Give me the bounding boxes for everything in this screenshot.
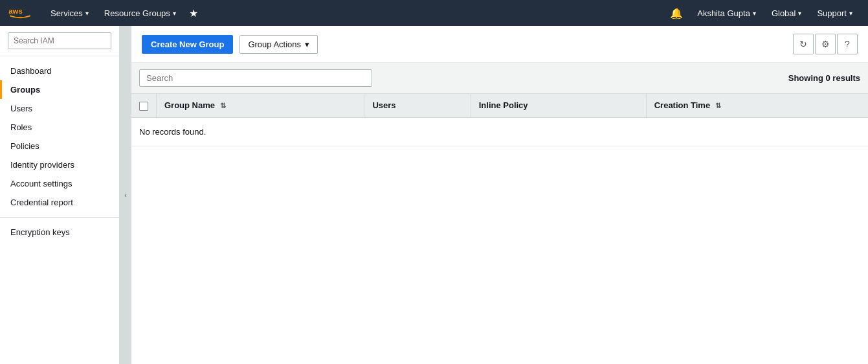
support-menu[interactable]: Support ▾ xyxy=(809,0,860,26)
sidebar-item-identity-providers[interactable]: Identity providers xyxy=(0,155,119,174)
sidebar-item-roles[interactable]: Roles xyxy=(0,118,119,137)
table-search-input[interactable] xyxy=(139,69,372,87)
select-all-checkbox-cell[interactable] xyxy=(131,94,157,117)
refresh-button[interactable]: ↻ xyxy=(793,34,814,54)
sidebar-item-policies[interactable]: Policies xyxy=(0,137,119,155)
svg-text:aws: aws xyxy=(8,7,22,15)
sidebar-item-account-settings[interactable]: Account settings xyxy=(0,174,119,193)
sidebar-item-dashboard[interactable]: Dashboard xyxy=(0,62,119,80)
sidebar-item-credential-report[interactable]: Credential report xyxy=(0,193,119,212)
settings-button[interactable]: ⚙ xyxy=(815,34,836,54)
group-name-sort-icon: ⇅ xyxy=(220,102,226,109)
column-header-creation-time[interactable]: Creation Time ⇅ xyxy=(646,94,868,117)
table-header-row: Group Name ⇅ Users Inline Policy Creatio… xyxy=(131,94,868,117)
sidebar: Dashboard Groups Users Roles Policies Id… xyxy=(0,26,120,364)
sidebar-item-users[interactable]: Users xyxy=(0,99,119,118)
inline-policy-label: Inline Policy xyxy=(479,100,528,110)
nav-right-section: 🔔 Akshita Gupta ▾ Global ▾ Support ▾ xyxy=(663,0,860,26)
groups-table: Group Name ⇅ Users Inline Policy Creatio… xyxy=(131,94,868,146)
main-content-area: Create New Group Group Actions ▾ ↻ ⚙ ? S… xyxy=(131,26,868,364)
table-container: Showing 0 results Group Name ⇅ Users xyxy=(131,63,868,146)
main-layout: Dashboard Groups Users Roles Policies Id… xyxy=(0,26,868,364)
column-header-inline-policy: Inline Policy xyxy=(471,94,646,117)
sidebar-navigation: Dashboard Groups Users Roles Policies Id… xyxy=(0,56,119,364)
user-chevron-icon: ▾ xyxy=(753,10,756,17)
aws-logo[interactable]: aws xyxy=(8,5,32,21)
toolbar: Create New Group Group Actions ▾ ↻ ⚙ ? xyxy=(131,26,868,63)
services-chevron-icon: ▾ xyxy=(85,10,89,17)
creation-time-sort-icon: ⇅ xyxy=(715,102,721,109)
group-actions-chevron-icon: ▾ xyxy=(305,40,309,49)
notifications-bell-icon[interactable]: 🔔 xyxy=(663,0,689,26)
region-menu[interactable]: Global ▾ xyxy=(764,0,810,26)
sidebar-item-groups[interactable]: Groups xyxy=(0,80,119,99)
toolbar-right-icons: ↻ ⚙ ? xyxy=(793,34,858,54)
creation-time-label: Creation Time xyxy=(654,100,710,110)
table-search-bar: Showing 0 results xyxy=(131,63,868,94)
select-all-checkbox[interactable] xyxy=(139,102,148,111)
showing-results-label: Showing 0 results xyxy=(788,73,860,83)
no-records-row: No records found. xyxy=(131,117,868,146)
favorites-star-icon[interactable]: ★ xyxy=(184,0,203,26)
resource-groups-chevron-icon: ▾ xyxy=(173,10,176,17)
sidebar-divider xyxy=(0,217,119,218)
group-name-label: Group Name xyxy=(164,100,215,110)
group-actions-button[interactable]: Group Actions ▾ xyxy=(239,35,318,54)
support-chevron-icon: ▾ xyxy=(849,10,852,17)
sidebar-item-encryption-keys[interactable]: Encryption keys xyxy=(0,223,119,242)
user-menu[interactable]: Akshita Gupta ▾ xyxy=(689,0,764,26)
users-label: Users xyxy=(372,100,395,110)
create-new-group-button[interactable]: Create New Group xyxy=(142,35,233,54)
column-header-group-name[interactable]: Group Name ⇅ xyxy=(157,94,364,117)
services-menu[interactable]: Services ▾ xyxy=(43,0,96,26)
sidebar-collapse-button[interactable]: ‹ xyxy=(120,26,131,364)
search-iam-input[interactable] xyxy=(8,32,111,49)
column-header-users: Users xyxy=(364,94,471,117)
no-records-cell: No records found. xyxy=(131,117,868,146)
top-navigation: aws Services ▾ Resource Groups ▾ ★ 🔔 Aks… xyxy=(0,0,868,26)
resource-groups-menu[interactable]: Resource Groups ▾ xyxy=(96,0,184,26)
region-chevron-icon: ▾ xyxy=(798,10,801,17)
help-button[interactable]: ? xyxy=(837,34,858,54)
sidebar-search-area xyxy=(0,26,119,56)
